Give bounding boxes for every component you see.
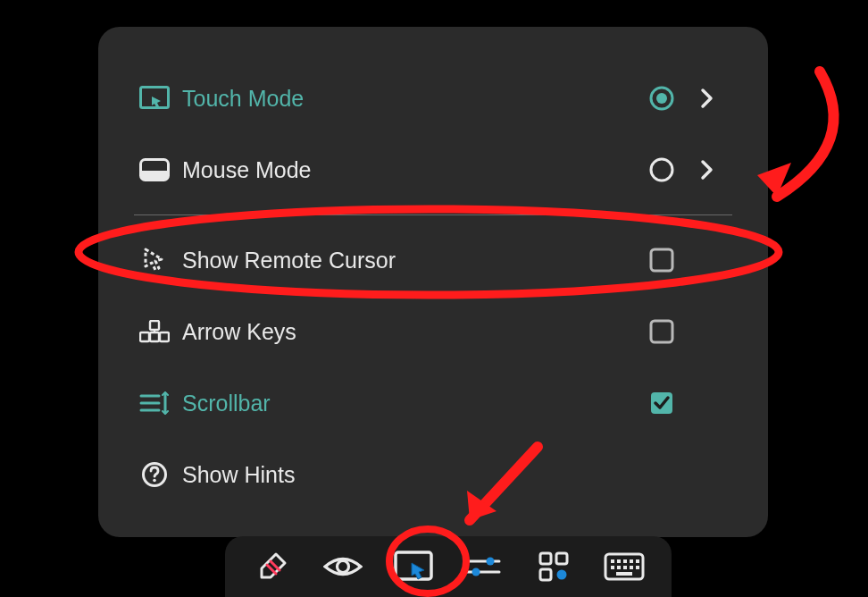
svg-rect-37: [636, 559, 639, 563]
svg-rect-43: [616, 572, 632, 576]
svg-rect-28: [540, 553, 551, 564]
svg-point-2: [656, 93, 667, 104]
checkbox-checked-icon[interactable]: [641, 391, 682, 416]
cursor-outline-icon: [134, 247, 175, 273]
show-hints-label: Show Hints: [175, 462, 641, 488]
svg-rect-35: [623, 559, 627, 563]
menu-item-show-remote-cursor[interactable]: Show Remote Cursor: [134, 224, 732, 296]
svg-rect-7: [150, 321, 159, 330]
svg-point-26: [487, 558, 495, 566]
svg-rect-36: [630, 559, 633, 563]
svg-rect-40: [623, 566, 627, 569]
svg-point-19: [153, 479, 156, 483]
menu-item-touch-mode[interactable]: Touch Mode: [134, 63, 732, 134]
menu-item-show-hints[interactable]: Show Hints: [134, 439, 732, 510]
toolbar-eraser-button[interactable]: [249, 543, 296, 590]
radio-unselected-icon: [641, 156, 682, 183]
eraser-icon: [255, 549, 290, 584]
divider: [134, 214, 732, 215]
help-icon: [134, 461, 175, 488]
eye-icon: [323, 553, 363, 580]
checkbox-unchecked-icon[interactable]: [641, 248, 682, 273]
svg-point-5: [651, 159, 672, 181]
toolbar-apps-button[interactable]: [530, 543, 577, 590]
menu-item-mouse-mode[interactable]: Mouse Mode: [134, 134, 732, 206]
apps-icon: [538, 551, 569, 582]
scrollbar-label: Scrollbar: [175, 391, 641, 416]
arrow-keys-icon: [134, 320, 175, 343]
show-remote-cursor-label: Show Remote Cursor: [175, 248, 641, 273]
toolbar-keyboard-button[interactable]: [601, 543, 647, 590]
svg-rect-9: [150, 332, 159, 341]
svg-rect-41: [630, 566, 633, 569]
pointer-mode-icon: [394, 551, 433, 583]
svg-rect-8: [140, 332, 149, 341]
toolbar-pointer-mode-button[interactable]: [390, 543, 437, 590]
svg-rect-4: [142, 171, 167, 180]
mouse-mode-icon: [134, 158, 175, 181]
svg-point-31: [556, 570, 566, 580]
svg-rect-38: [611, 566, 614, 569]
toolbar-eye-button[interactable]: [320, 543, 366, 590]
toolbar-sliders-button[interactable]: [460, 543, 506, 590]
svg-point-22: [337, 561, 348, 573]
svg-point-27: [472, 568, 480, 576]
menu-item-arrow-keys[interactable]: Arrow Keys: [134, 296, 732, 367]
touch-mode-label: Touch Mode: [175, 86, 641, 112]
settings-popover: Touch Mode Mouse Mode: [98, 27, 768, 537]
svg-rect-30: [540, 569, 551, 580]
svg-rect-42: [636, 566, 639, 569]
touch-mode-icon: [134, 86, 175, 111]
menu-item-scrollbar[interactable]: Scrollbar: [134, 367, 732, 439]
checkbox-unchecked-icon[interactable]: [641, 319, 682, 344]
scrollbar-icon: [134, 391, 175, 415]
bottom-toolbar: [225, 536, 672, 597]
svg-rect-6: [651, 249, 672, 271]
arrow-keys-label: Arrow Keys: [175, 319, 641, 345]
chevron-right-icon[interactable]: [682, 159, 732, 181]
radio-selected-icon: [641, 85, 682, 112]
keyboard-icon: [604, 552, 645, 581]
svg-rect-29: [556, 553, 567, 564]
chevron-right-icon[interactable]: [682, 88, 732, 109]
svg-rect-10: [160, 332, 169, 341]
svg-rect-0: [141, 88, 169, 108]
svg-rect-33: [611, 559, 614, 563]
svg-rect-39: [617, 566, 621, 569]
mouse-mode-label: Mouse Mode: [175, 157, 641, 183]
svg-rect-12: [651, 321, 672, 342]
sliders-icon: [465, 553, 501, 580]
svg-rect-34: [617, 559, 621, 563]
